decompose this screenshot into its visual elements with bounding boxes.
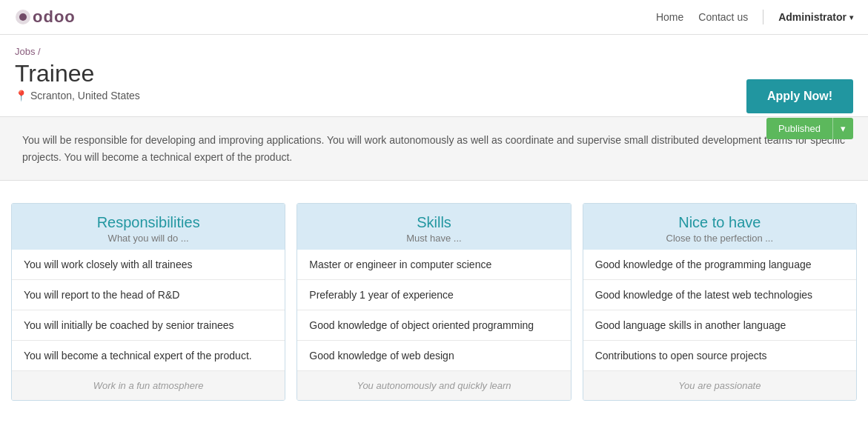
nice-to-have-subtitle: Close to the perfection ... — [591, 233, 849, 244]
breadcrumb-separator: / — [38, 46, 41, 57]
skills-column: Skills Must have ... Master or engineer … — [296, 203, 571, 401]
jobs-breadcrumb-link[interactable]: Jobs — [15, 46, 35, 57]
list-item: Good knowledge of object oriented progra… — [297, 310, 570, 341]
skills-subtitle: Must have ... — [305, 233, 563, 244]
odoo-logo-icon — [15, 9, 31, 25]
list-item: You will work closely with all trainees — [12, 250, 285, 280]
svg-point-1 — [19, 13, 27, 21]
header-section: Jobs / Trainee 📍 Scranton, United States — [0, 35, 868, 109]
columns-section: Responsibilities What you will do ... Yo… — [0, 188, 868, 416]
logo: odoo — [15, 7, 76, 27]
logo-text: odoo — [33, 7, 76, 27]
nice-to-have-header: Nice to have Close to the perfection ... — [583, 204, 856, 250]
top-area: Jobs / Trainee 📍 Scranton, United States… — [0, 35, 868, 109]
location-pin-icon: 📍 — [15, 90, 27, 101]
skills-title: Skills — [305, 214, 563, 231]
responsibilities-column: Responsibilities What you will do ... Yo… — [11, 203, 285, 401]
published-button[interactable]: Published — [766, 118, 832, 139]
apply-now-button[interactable]: Apply Now! — [746, 79, 853, 113]
published-button-group: Published ▾ — [766, 118, 853, 139]
caret-icon: ▾ — [841, 123, 846, 134]
responsibilities-footer: Work in a fun atmosphere — [12, 370, 285, 400]
list-item: Master or engineer in computer science — [297, 250, 570, 280]
list-item: Good knowledge of the latest web technol… — [583, 280, 856, 310]
nice-to-have-column: Nice to have Close to the perfection ...… — [583, 203, 857, 401]
skills-footer: You autonomously and quickly learn — [297, 370, 570, 400]
admin-menu[interactable]: Administrator ▾ — [778, 11, 853, 23]
home-link[interactable]: Home — [656, 11, 683, 23]
list-item: Good knowledge of web design — [297, 341, 570, 370]
published-dropdown-button[interactable]: ▾ — [832, 118, 853, 139]
chevron-down-icon: ▾ — [849, 13, 853, 21]
navbar-divider — [763, 10, 763, 24]
responsibilities-title: Responsibilities — [19, 214, 277, 231]
contact-link[interactable]: Contact us — [698, 11, 748, 23]
job-location: 📍 Scranton, United States — [15, 90, 853, 101]
skills-items: Master or engineer in computer science P… — [297, 250, 570, 370]
job-description: You will be responsible for developing a… — [0, 116, 868, 181]
navbar: odoo Home Contact us Administrator ▾ — [0, 0, 868, 35]
list-item: Contributions to open source projects — [583, 341, 856, 370]
list-item: You will initially be coached by senior … — [12, 310, 285, 341]
nice-to-have-footer: You are passionate — [583, 370, 856, 400]
description-text: You will be responsible for developing a… — [22, 132, 846, 165]
responsibilities-subtitle: What you will do ... — [19, 233, 277, 244]
list-item: Preferably 1 year of experience — [297, 280, 570, 310]
navbar-links: Home Contact us Administrator ▾ — [656, 10, 853, 24]
breadcrumb: Jobs / — [15, 46, 853, 57]
list-item: Good language skills in another language — [583, 310, 856, 341]
action-buttons: Apply Now! Published ▾ — [746, 79, 853, 139]
location-text: Scranton, United States — [30, 90, 140, 101]
admin-label: Administrator — [778, 11, 847, 23]
page-title: Trainee — [15, 61, 853, 87]
responsibilities-header: Responsibilities What you will do ... — [12, 204, 285, 250]
list-item: You will report to the head of R&D — [12, 280, 285, 310]
nice-to-have-items: Good knowledge of the programming langua… — [583, 250, 856, 370]
list-item: You will become a technical expert of th… — [12, 341, 285, 370]
skills-header: Skills Must have ... — [297, 204, 570, 250]
responsibilities-items: You will work closely with all trainees … — [12, 250, 285, 370]
list-item: Good knowledge of the programming langua… — [583, 250, 856, 280]
nice-to-have-title: Nice to have — [591, 214, 849, 231]
